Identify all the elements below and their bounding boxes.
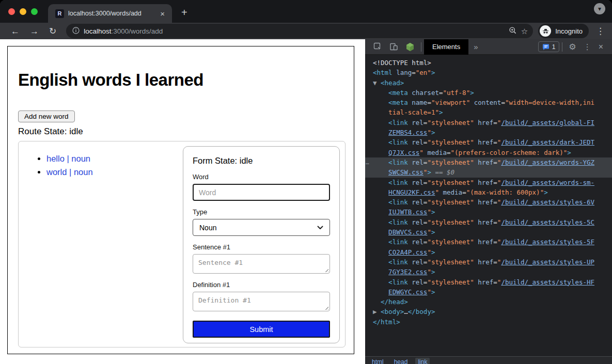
page-container: English words I learned Add new word Rou… bbox=[7, 46, 354, 354]
code-line[interactable]: <link rel="stylesheet" href="/build/_ass… bbox=[365, 217, 612, 227]
devtools-code: <!DOCTYPE html><html lang="en">▼ <head> … bbox=[365, 55, 612, 356]
incognito-badge: Incognito bbox=[538, 24, 589, 38]
breadcrumb-item[interactable]: head bbox=[391, 358, 411, 364]
code-line[interactable]: <link rel="stylesheet" href="/build/_ass… bbox=[365, 237, 612, 247]
devtools-breadcrumbs: htmlheadlink bbox=[365, 356, 612, 364]
tab-close-icon[interactable]: × bbox=[158, 9, 167, 19]
devtools-toolbar: Elements » 1 ⚙ ⋮ × bbox=[365, 39, 612, 55]
add-new-word-button[interactable]: Add new word bbox=[18, 110, 75, 122]
incognito-icon bbox=[540, 25, 551, 37]
add-word-form: Form State: idle Word Type Noun Sentence… bbox=[183, 146, 340, 343]
chevron-down-icon bbox=[317, 226, 323, 230]
code-line[interactable]: <link rel="stylesheet" href="/build/_ass… bbox=[365, 257, 612, 267]
window-controls bbox=[8, 8, 38, 15]
devtools-close-icon[interactable]: × bbox=[595, 42, 607, 52]
word-input[interactable] bbox=[193, 184, 330, 201]
bookmark-star-icon[interactable]: ☆ bbox=[521, 27, 528, 35]
tab-title: localhost:3000/words/add bbox=[68, 10, 154, 17]
code-line[interactable]: 7GY3E2.css"> bbox=[365, 267, 612, 277]
toolbar-divider bbox=[562, 42, 562, 52]
code-line[interactable]: </html> bbox=[365, 317, 612, 327]
code-line[interactable]: EDWGYC.css"> bbox=[365, 287, 612, 297]
route-state-text: Route State: idle bbox=[18, 126, 354, 137]
url-text: localhost:3000/words/add bbox=[84, 27, 505, 35]
word-link[interactable]: hello | noun bbox=[46, 154, 90, 163]
toolbar-divider bbox=[421, 42, 421, 52]
sentence-label: Sentence #1 bbox=[193, 243, 330, 251]
devtools-panel: Elements » 1 ⚙ ⋮ × <!DOCTYPE html><html … bbox=[365, 39, 612, 364]
code-line[interactable]: <meta charset="utf-8"> bbox=[365, 88, 612, 98]
issues-count: 1 bbox=[552, 43, 556, 51]
code-line[interactable]: <link rel="stylesheet" href="/build/_ass… bbox=[365, 137, 612, 147]
code-line[interactable]: <link rel="stylesheet" href="/build/_ass… bbox=[365, 277, 612, 287]
form-state-text: Form State: idle bbox=[193, 156, 330, 166]
code-line[interactable]: ▼ <head> bbox=[365, 78, 612, 88]
code-line[interactable]: CO2A4P.css"> bbox=[365, 247, 612, 257]
browser-menu-icon[interactable]: ⋮ bbox=[592, 26, 607, 37]
node-extension-icon[interactable] bbox=[402, 42, 418, 52]
page-title: English words I learned bbox=[18, 70, 354, 90]
type-select[interactable]: Noun bbox=[193, 219, 330, 236]
type-select-value: Noun bbox=[199, 224, 216, 232]
code-line[interactable]: Q7JX.css" media="(prefers-color-scheme: … bbox=[365, 148, 612, 157]
code-line[interactable]: <link rel="stylesheet" href="/build/_ass… bbox=[365, 178, 612, 187]
code-line[interactable]: tial-scale=1"> bbox=[365, 107, 612, 117]
maximize-window-button[interactable] bbox=[31, 8, 38, 15]
incognito-label: Incognito bbox=[555, 27, 583, 35]
code-line[interactable]: <!DOCTYPE html> bbox=[365, 58, 612, 68]
browser-toolbar: ← → ↻ localhost:3000/words/add ☆ Incogni… bbox=[0, 23, 612, 39]
breadcrumb-item[interactable]: link bbox=[415, 358, 430, 364]
new-tab-button[interactable]: + bbox=[178, 6, 191, 19]
forward-button[interactable]: → bbox=[26, 27, 42, 36]
code-line[interactable]: DBWVCS.css"> bbox=[365, 227, 612, 237]
device-toolbar-icon[interactable] bbox=[386, 42, 402, 51]
issues-bubble-icon bbox=[542, 43, 550, 51]
remix-favicon-icon: R bbox=[55, 9, 64, 18]
code-line[interactable]: HCNGU2KF.css" media="(max-width: 600px)"… bbox=[365, 187, 612, 197]
word-link[interactable]: world | noun bbox=[46, 167, 93, 177]
browser-tab[interactable]: R localhost:3000/words/add × bbox=[48, 4, 172, 23]
inspect-element-icon[interactable] bbox=[370, 42, 386, 51]
browser-window: R localhost:3000/words/add × + ▾ ← → ↻ l… bbox=[0, 0, 612, 364]
address-bar[interactable]: localhost:3000/words/add ☆ bbox=[66, 24, 533, 38]
code-line[interactable]: <meta name="viewport" content="width=dev… bbox=[365, 98, 612, 107]
tab-strip: R localhost:3000/words/add × + ▾ bbox=[0, 0, 612, 23]
more-tabs-icon[interactable]: » bbox=[468, 42, 483, 51]
code-line[interactable]: ZEMBS4.css"> bbox=[365, 128, 612, 137]
submit-button[interactable]: Submit bbox=[193, 321, 330, 338]
definition-label: Definition #1 bbox=[193, 281, 330, 289]
tab-elements[interactable]: Elements bbox=[424, 39, 468, 55]
code-line[interactable]: IUJWTB.css"> bbox=[365, 207, 612, 217]
code-line[interactable]: … <link rel="stylesheet" href="/build/_a… bbox=[365, 157, 612, 167]
close-window-button[interactable] bbox=[8, 8, 15, 15]
words-section: hello | nounworld | noun Form State: idl… bbox=[18, 141, 346, 347]
back-button[interactable]: ← bbox=[7, 27, 23, 36]
breadcrumb-item[interactable]: html bbox=[369, 358, 386, 364]
issues-counter[interactable]: 1 bbox=[538, 41, 560, 52]
code-line[interactable]: SWCSW.css"> == $0 bbox=[365, 167, 612, 177]
page-info-icon[interactable] bbox=[72, 27, 80, 35]
reload-button[interactable]: ↻ bbox=[45, 27, 60, 36]
code-line[interactable]: <link rel="stylesheet" href="/build/_ass… bbox=[365, 197, 612, 207]
minimize-window-button[interactable] bbox=[20, 8, 26, 15]
definition-textarea[interactable] bbox=[193, 292, 330, 311]
sentence-textarea[interactable] bbox=[193, 254, 330, 274]
code-line[interactable]: ▶ <body>…</body> bbox=[365, 307, 612, 316]
word-label: Word bbox=[193, 173, 330, 181]
code-line[interactable]: </head> bbox=[365, 297, 612, 307]
settings-gear-icon[interactable]: ⚙ bbox=[565, 42, 579, 52]
zoom-icon[interactable] bbox=[509, 26, 517, 36]
web-page: English words I learned Add new word Rou… bbox=[0, 39, 365, 364]
code-line[interactable]: <html lang="en"> bbox=[365, 68, 612, 77]
profile-menu-button[interactable]: ▾ bbox=[594, 3, 605, 14]
code-line[interactable]: <link rel="stylesheet" href="/build/_ass… bbox=[365, 118, 612, 128]
devtools-menu-icon[interactable]: ⋮ bbox=[580, 42, 595, 52]
type-label: Type bbox=[193, 208, 330, 216]
